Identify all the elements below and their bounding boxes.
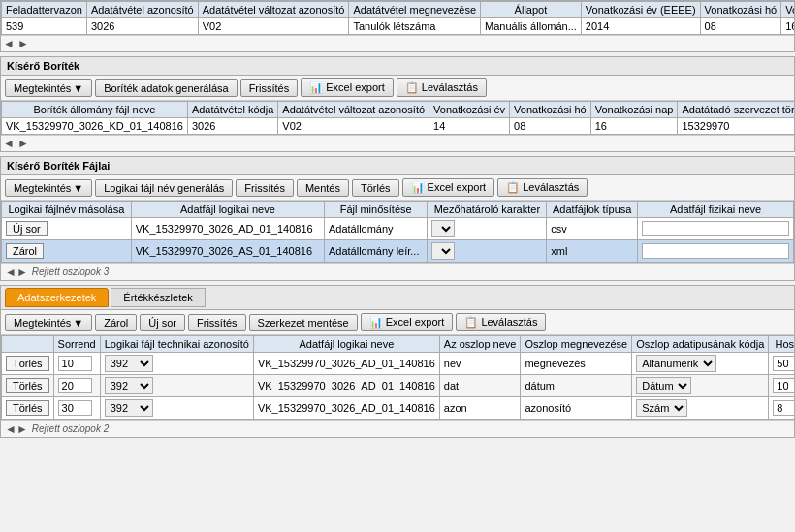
frissites-fajlai-button[interactable]: Frissítés <box>236 179 294 197</box>
table-row[interactable]: Törlés 392 VK_15329970_3026_AD_01_140816… <box>2 353 795 375</box>
hossz-input-2[interactable] <box>773 400 794 416</box>
cell-mezohat-1[interactable] <box>428 218 547 240</box>
adatszerkezetek-table: Sorrend Logikai fájl technikai azonosító… <box>1 335 794 420</box>
col-hossz: Hossz <box>769 336 794 353</box>
frissites-adatsz-button[interactable]: Frissítés <box>188 314 246 331</box>
scroll-right-icon4[interactable]: ► <box>16 422 28 436</box>
cell-mezohat-2[interactable] <box>428 240 547 263</box>
cell-tipuskodja-0[interactable]: Alfanumerik <box>632 353 769 375</box>
cell-hossz-1[interactable] <box>769 375 794 397</box>
scroll-right-icon3[interactable]: ► <box>16 266 28 279</box>
torles-btn-1[interactable]: Törlés <box>6 378 49 393</box>
cell-fizikai-2[interactable] <box>638 240 794 263</box>
cell-tipuskodja-2[interactable]: Szám <box>632 397 769 420</box>
mezohat-select-2[interactable] <box>431 242 455 260</box>
uj-sor-button[interactable]: Új sor <box>6 221 48 236</box>
boriter-adatok-button[interactable]: Boríték adatok generálása <box>95 79 237 97</box>
scroll-left-icon4[interactable]: ◄ <box>5 422 16 436</box>
dropdown-arrow-icon2: ▼ <box>73 182 83 194</box>
cell-techid-1[interactable]: 392 <box>100 375 253 397</box>
cell-tipusa-1: csv <box>547 218 638 240</box>
kisero-borite-table-scroll[interactable]: Boríték állomány fájl neve Adatátvétel k… <box>1 101 794 135</box>
techid-select-1[interactable]: 392 <box>105 377 153 394</box>
levalasztas-button[interactable]: 📋 Leválasztás <box>397 78 487 97</box>
excel-export-adatsz-button[interactable]: 📊 Excel export <box>361 313 454 331</box>
excel-icon3: 📊 <box>369 316 383 328</box>
col-adatado-szervezet: Adatátadó szervezet törzsszám <box>678 102 794 118</box>
cell-oszlopnev-1: dat <box>439 375 521 397</box>
cell-techid-2[interactable]: 392 <box>100 397 253 420</box>
logikai-fajl-button[interactable]: Logikai fájl név generálás <box>95 179 233 197</box>
tab-ertekeszletek[interactable]: Értékkészletek <box>111 288 206 307</box>
cell-megnevez-1: dátum <box>521 375 632 397</box>
cell-sorrend-0[interactable] <box>53 353 100 375</box>
frissites-button[interactable]: Frissítés <box>240 79 299 97</box>
levalasztas-icon: 📋 <box>405 81 419 93</box>
col-fajl-minosit: Fájl minősítése <box>324 202 427 218</box>
hossz-input-1[interactable] <box>773 378 794 393</box>
torles-btn-2[interactable]: Törlés <box>6 400 49 416</box>
szerkezet-mentes-button[interactable]: Szerkezet mentése <box>249 314 358 331</box>
adatszerkezetek-table-scroll[interactable]: Sorrend Logikai fájl technikai azonosító… <box>1 335 794 420</box>
col-tech-azon: Logikai fájl technikai azonosító <box>100 336 253 353</box>
tipuskodja-select-2[interactable]: Szám <box>636 399 687 417</box>
table-row[interactable]: 539 3026 V02 Tanulók létszáma Manuális á… <box>2 18 795 35</box>
megtekintes-fajlai-button[interactable]: Megtekintés ▼ <box>5 179 92 197</box>
cell-torles-1[interactable]: Törlés <box>2 375 54 397</box>
cell-hossz-2[interactable] <box>769 397 794 420</box>
cell-tipuskodja-1[interactable]: Dátum <box>632 375 769 397</box>
table-row[interactable]: Új sor VK_15329970_3026_AD_01_140816 Ada… <box>2 218 794 240</box>
cell-fizikai-1[interactable] <box>638 218 794 240</box>
tipuskodja-select-1[interactable]: Dátum <box>636 377 691 394</box>
scroll-left-icon3[interactable]: ◄ <box>5 266 16 279</box>
col-adatfajl-log-neve: Adatfájl logikai neve <box>131 202 324 218</box>
cell-torles-2[interactable]: Törlés <box>2 397 54 420</box>
mezohat-select-1[interactable] <box>431 220 455 237</box>
zarol-button[interactable]: Zárol <box>6 243 44 259</box>
table-row[interactable]: Törlés 392 VK_15329970_3026_AD_01_140816… <box>2 375 795 397</box>
megtekintes-adatsz-button[interactable]: Megtekintés ▼ <box>5 314 92 331</box>
scroll-left-icon[interactable]: ◄ <box>3 37 15 50</box>
hossz-input-0[interactable] <box>773 356 794 371</box>
cell-uj-sor[interactable]: Új sor <box>2 218 132 240</box>
techid-select-2[interactable]: 392 <box>105 399 153 417</box>
torles-btn-0[interactable]: Törlés <box>6 356 49 371</box>
cell-torles-0[interactable]: Törlés <box>2 353 54 375</box>
table-row[interactable]: VK_15329970_3026_KD_01_140816 3026 V02 1… <box>2 118 795 135</box>
sorrend-input-0[interactable] <box>58 356 92 371</box>
cell-sorrend-1[interactable] <box>53 375 100 397</box>
table-row[interactable]: Törlés 392 VK_15329970_3026_AD_01_140816… <box>2 397 795 420</box>
cell-borite-allomany: VK_15329970_3026_KD_01_140816 <box>2 118 188 135</box>
techid-select-0[interactable]: 392 <box>105 355 153 372</box>
table-row-selected[interactable]: Zárol VK_15329970_3026_AS_01_140816 Adat… <box>2 240 794 263</box>
top-table-scroll[interactable]: Feladattervazon Adatátvétel azonosító Ad… <box>1 1 794 35</box>
excel-export-fajlai-button[interactable]: 📊 Excel export <box>402 178 495 197</box>
fizikai-input-2[interactable] <box>642 243 789 259</box>
levalasztas-adatsz-button[interactable]: 📋 Leválasztás <box>456 313 546 331</box>
sorrend-input-1[interactable] <box>58 378 92 393</box>
megtekintes-button[interactable]: Megtekintés ▼ <box>5 79 92 97</box>
levalasztas-fajlai-button[interactable]: 📋 Leválasztás <box>497 178 588 197</box>
col-vonatkozasi-ho2: Vonatkozási hó <box>510 102 591 118</box>
excel-export-button[interactable]: 📊 Excel export <box>301 78 394 97</box>
tab-adatszerkezetek[interactable]: Adatszerkezetek <box>5 288 109 307</box>
scroll-right-icon[interactable]: ► <box>17 37 29 50</box>
cell-feladattervazon: 539 <box>2 18 87 35</box>
cell-hossz-0[interactable] <box>769 353 794 375</box>
zarol-adatsz-button[interactable]: Zárol <box>95 314 137 331</box>
cell-techid-0[interactable]: 392 <box>100 353 253 375</box>
excel-icon: 📊 <box>309 81 323 93</box>
cell-vonatkozasi-nap-val: 16 <box>590 118 678 135</box>
uj-sor-adatsz-button[interactable]: Új sor <box>140 314 185 331</box>
kisero-fajlai-table-scroll[interactable]: Logikai fájlnév másolása Adatfájl logika… <box>1 201 794 263</box>
cell-zarol[interactable]: Zárol <box>2 240 132 263</box>
scroll-left-icon2[interactable]: ◄ <box>3 137 15 150</box>
torles-fajlai-button[interactable]: Törlés <box>352 179 399 197</box>
sorrend-input-2[interactable] <box>58 400 92 416</box>
col-allapot: Állapot <box>481 2 582 18</box>
fizikai-input-1[interactable] <box>642 221 789 236</box>
mentes-button[interactable]: Mentés <box>297 179 349 197</box>
cell-sorrend-2[interactable] <box>53 397 100 420</box>
tipuskodja-select-0[interactable]: Alfanumerik <box>636 355 716 372</box>
scroll-right-icon2[interactable]: ► <box>17 137 29 150</box>
